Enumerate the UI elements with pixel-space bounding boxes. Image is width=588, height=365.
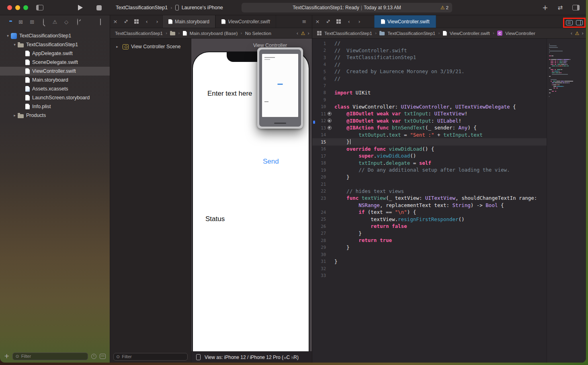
code-line[interactable]: 32 xyxy=(312,265,547,272)
warning-icon[interactable]: ⚠ xyxy=(301,31,305,36)
file-row[interactable]: Assets.xcassets xyxy=(0,84,110,93)
navigator-tab-issues-icon[interactable]: ⚠ xyxy=(51,19,59,25)
jumpbar-selection[interactable]: No Selection xyxy=(245,31,271,36)
add-editor-icon[interactable] xyxy=(576,20,583,25)
code-line[interactable]: 1// xyxy=(312,40,547,47)
text-view-enter-text[interactable]: Enter text here xyxy=(207,90,252,98)
code-line[interactable]: 23 func textView(_ textView: UITextView,… xyxy=(312,195,547,202)
code-line[interactable]: 25 textView.resignFirstResponder() xyxy=(312,216,547,223)
code-line[interactable]: 13 @IBAction func btnSendText(_ sender: … xyxy=(312,124,547,131)
run-button[interactable] xyxy=(78,5,83,10)
jumpbar-symbol[interactable]: ViewController xyxy=(505,31,535,36)
zoom-window-button[interactable] xyxy=(23,5,28,10)
add-file-icon[interactable]: + xyxy=(4,353,9,359)
storyboard-canvas[interactable]: View Controller Enter text here Send Sta… xyxy=(191,39,312,351)
code-line[interactable]: 2// ViewController.swift xyxy=(312,47,547,54)
navigator-toggle-icon[interactable] xyxy=(36,5,43,10)
expand-editor-icon[interactable]: ↕ xyxy=(323,19,333,24)
device-bezel-icon[interactable] xyxy=(196,354,201,360)
code-line[interactable]: 16 override func viewDidLoad() { xyxy=(312,146,547,153)
code-line[interactable]: 15 } xyxy=(312,138,547,146)
code-line[interactable]: 28 return true xyxy=(312,237,547,244)
minimize-window-button[interactable] xyxy=(15,5,20,10)
jumpbar-project[interactable]: TextClassificationStep1 xyxy=(324,31,372,36)
forward-icon[interactable]: › xyxy=(354,19,365,24)
close-window-button[interactable] xyxy=(7,5,12,10)
code-line[interactable]: 19 // Do any additional setup after load… xyxy=(312,166,547,174)
connection-well-icon[interactable] xyxy=(328,119,332,123)
jumpbar-file[interactable]: Main.storyboard (Base) xyxy=(190,31,238,36)
file-row[interactable]: Main.storyboard xyxy=(0,76,110,84)
navigator-tab-symbols-icon[interactable]: ⊞ xyxy=(29,19,36,25)
code-line[interactable]: 20 } xyxy=(312,174,547,181)
code-line[interactable]: 7 xyxy=(312,82,547,89)
navigator-tab-reports-icon[interactable] xyxy=(97,19,104,25)
disclosure-triangle[interactable]: ▸ xyxy=(114,45,120,49)
back-icon[interactable]: ‹ xyxy=(344,19,354,24)
file-row[interactable]: LaunchScreen.storyboard xyxy=(0,93,110,102)
file-row[interactable]: ▾TextClassificationStep1 xyxy=(0,40,110,49)
tab-viewcontroller-swift-preview[interactable]: ViewController.swift xyxy=(215,15,276,28)
previous-issue-icon[interactable]: ‹ xyxy=(297,31,299,36)
navigator-tab-source-control-icon[interactable]: ⊠ xyxy=(17,19,24,25)
code-line[interactable]: 31} xyxy=(312,258,547,265)
connection-well-icon[interactable] xyxy=(328,126,332,130)
recent-files-icon[interactable] xyxy=(91,354,96,359)
code-line[interactable]: 8import UIKit xyxy=(312,89,547,96)
drag-preview-thumbnail[interactable] xyxy=(257,47,303,129)
code-line[interactable]: 4// xyxy=(312,61,547,68)
navigator-tab-tests-icon[interactable]: ◇ xyxy=(63,19,70,25)
code-line[interactable]: 11 @IBOutlet weak var txtInput: UITextVi… xyxy=(312,110,547,117)
code-line[interactable]: 30 xyxy=(312,251,547,258)
code-line[interactable]: 10class ViewController: UIViewController… xyxy=(312,103,547,111)
device-config-bar[interactable]: View as: iPhone 12 / iPhone 12 Pro (wChR… xyxy=(191,351,312,363)
code-line[interactable]: 21 xyxy=(312,180,547,188)
folder-icon[interactable] xyxy=(170,32,175,35)
code-editor[interactable]: 1//2// ViewController.swift3// TextClass… xyxy=(312,39,586,363)
code-line[interactable]: 5// Created by Laurence Moroney on 3/19/… xyxy=(312,68,547,75)
jumpbar-project[interactable]: TextClassificationStep1 xyxy=(115,31,163,36)
next-issue-icon[interactable]: › xyxy=(307,31,309,36)
code-line[interactable]: 18 txtInput.delegate = self xyxy=(312,160,547,167)
code-line[interactable]: 9 xyxy=(312,96,547,103)
scm-status-filter-icon[interactable] xyxy=(100,354,106,359)
send-button[interactable]: Send xyxy=(263,158,279,166)
code-line[interactable]: 12 @IBOutlet weak var txtOutput: UILabel… xyxy=(312,117,547,125)
inspector-toggle-icon[interactable] xyxy=(572,5,580,10)
connection-well-icon[interactable] xyxy=(328,112,332,116)
navigator-tab-search-icon[interactable] xyxy=(40,19,47,25)
expand-editor-icon[interactable]: ↕ xyxy=(121,19,131,24)
minimap[interactable] xyxy=(547,39,586,363)
previous-issue-icon[interactable]: ‹ xyxy=(571,31,573,36)
close-editor-icon[interactable]: × xyxy=(312,19,323,24)
status-warning-badge[interactable]: ⚠ 2 xyxy=(440,3,449,12)
file-row[interactable]: ▸Products xyxy=(0,111,110,120)
tab-viewcontroller-swift[interactable]: ViewController.swift xyxy=(374,15,436,28)
code-review-icon[interactable]: ⇄ xyxy=(557,4,563,11)
code-line[interactable]: NSRange, replacementText text: String) -… xyxy=(312,202,547,209)
navigator-filter-input[interactable]: ⊙ Filter xyxy=(12,353,88,360)
disclosure-triangle[interactable]: ▾ xyxy=(5,34,11,38)
jumpbar-file[interactable]: ViewController.swift xyxy=(450,31,490,36)
navigator-tab-debug-icon[interactable] xyxy=(74,19,81,25)
storyboard-file-icon[interactable] xyxy=(183,31,187,36)
code-line[interactable]: 17 super.viewDidLoad() xyxy=(312,152,547,160)
forward-icon[interactable]: › xyxy=(152,19,162,24)
code-line[interactable]: 24 if (text == "\n") { xyxy=(312,209,547,216)
code-line[interactable]: 14 txtOutput.text = "Sent :" + txtInput.… xyxy=(312,131,547,139)
warning-icon[interactable]: ⚠ xyxy=(575,31,579,36)
file-row[interactable]: ▾TextClassificationStep1 xyxy=(0,31,110,40)
tab-overview-icon[interactable] xyxy=(333,19,344,24)
code-line[interactable]: 27 } xyxy=(312,230,547,237)
outline-filter-input[interactable]: ⊙ Filter xyxy=(113,353,188,361)
related-items-icon[interactable] xyxy=(317,31,322,35)
code-line[interactable]: 26 return false xyxy=(312,223,547,230)
disclosure-triangle[interactable]: ▾ xyxy=(12,43,18,47)
library-add-icon[interactable]: + xyxy=(542,4,548,12)
editor-options-icon[interactable] xyxy=(566,20,573,25)
code-line[interactable]: 29 } xyxy=(312,244,547,251)
code-line[interactable]: 3// TextClassificationStep1 xyxy=(312,54,547,61)
scheme-selector[interactable]: TextClassificationStep1 › Laurence's iPh… xyxy=(116,0,223,15)
file-row[interactable]: SceneDelegate.swift xyxy=(0,58,110,67)
file-row[interactable]: AppDelegate.swift xyxy=(0,49,110,58)
